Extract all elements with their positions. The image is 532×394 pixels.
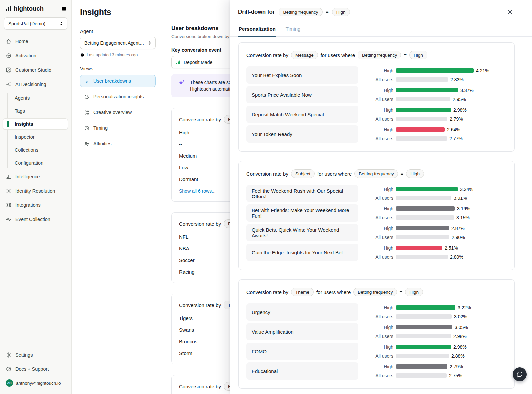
all-users-bar [396,354,449,358]
view-affinities[interactable]: Affinities [80,137,156,150]
high-value: 2.51% [445,245,458,251]
view-personalization-insights[interactable]: Personalization insights [80,90,156,103]
high-value: 2.79% [450,364,463,369]
filter-value-pill[interactable]: High [332,8,350,16]
dimension-pill[interactable]: Theme [291,288,314,296]
ai-decisioning-icon [6,81,12,87]
breakdown-row: Deposit Match Weekend Special High2.98% … [246,106,507,123]
all-users-value: 3.15% [456,215,470,220]
breakdown-row: Educational High2.79% All users2.75% [246,362,507,380]
variant-label: Feel the Weekend Rush with Our Special O… [246,185,358,202]
dimension-pill[interactable]: Message [291,51,318,59]
sidebar-item-inspector[interactable]: Inspector [3,131,68,143]
tab-timing[interactable]: Timing [285,23,301,37]
home-icon [6,38,12,44]
segment-label-high: High [367,305,393,310]
sidebar-item-intelligence[interactable]: Intelligence [3,170,69,183]
agent-column: Agent Betting Engagement Agent (... Last… [80,28,156,153]
filter-value-pill[interactable]: High [406,169,424,178]
all-users-value: 2.88% [451,353,465,359]
sidebar-item-integrations[interactable]: Integrations [3,199,69,211]
breakdown-row: Sports Price Available Now High3.37% All… [246,86,507,103]
filter-value-pill[interactable]: High [409,51,427,59]
last-updated: Last updated 3 minutes ago [80,53,156,57]
drilldown-body: Conversion rate by Message for users whe… [230,37,532,394]
intelligence-icon [6,174,12,180]
dimension-pill[interactable]: Subject [291,169,315,178]
tab-personalization[interactable]: Personalization [238,23,276,37]
drilldown-panel: Drill-down for Betting frequency = High … [230,0,532,394]
all-users-value: 2.95% [453,97,466,102]
filter-value-pill[interactable]: High [405,288,423,296]
segment-label-high: High [367,127,393,132]
segment-label-high: High [367,226,393,231]
segment-label-all-users: All users [367,254,393,260]
segment-label-high: High [367,364,393,369]
filter-pill[interactable]: Betting frequency [358,51,401,59]
all-users-bar [396,235,449,239]
card-title-middle: for users where [321,52,355,58]
grid-dots-icon [84,110,90,115]
segment-label-all-users: All users [367,235,393,240]
all-users-value: 3.02% [454,314,467,319]
sidebar-item-settings[interactable]: Settings [3,349,69,361]
high-bar [396,246,442,250]
high-value: 2.98% [453,344,467,350]
workspace-selector[interactable]: SportsPal (Demo) [4,17,67,30]
high-bar [396,187,458,191]
workspace-name: SportsPal (Demo) [8,21,45,26]
high-value: 4.21% [476,68,489,73]
breakdown-row: Gain the Edge: Insights for Your Next Be… [246,244,507,261]
segment-label-high: High [367,68,393,73]
high-bar [396,345,451,349]
panel-left-icon [61,6,67,11]
gear-icon [6,352,12,358]
customer-studio-icon [6,67,12,73]
breakdown-row: Feel the Weekend Rush with Our Special O… [246,185,507,202]
breakdown-row: Value Amplification High3.05% All users2… [246,323,507,340]
hightouch-logo-icon [5,6,11,12]
filter-pill[interactable]: Betting frequency [279,8,322,16]
all-users-value: 2.75% [449,373,462,378]
sidebar-item-docs-support[interactable]: Docs + Support [3,363,69,375]
sidebar-item-identity-resolution[interactable]: Identity Resolution [3,185,69,197]
sidebar-item-customer-studio[interactable]: Customer Studio [3,64,69,76]
high-value: 3.19% [457,206,470,211]
all-users-value: 2.77% [449,136,463,141]
user-account[interactable]: AC anthony@hightouch.io [3,377,69,389]
sidebar-item-event-collection[interactable]: Event Collection [3,213,69,226]
filter-pill[interactable]: Betting frequency [353,288,397,296]
all-users-bar [396,334,451,338]
close-button[interactable] [505,7,515,17]
sidebar-item-agents[interactable]: Agents [3,92,68,104]
equals-sign: = [404,52,407,58]
support-chat-button[interactable] [513,367,527,381]
sidebar-item-tags[interactable]: Tags [3,105,68,117]
avatar: AC [6,379,13,387]
brand-name: hightouch [14,5,44,12]
filter-pill[interactable]: Betting frequency [354,169,398,178]
sidebar-item-ai-decisioning[interactable]: AI Decisioning [3,78,69,91]
view-user-breakdowns[interactable]: User breakdowns [80,75,156,87]
view-timing[interactable]: Timing [80,122,156,134]
segment-label-high: High [367,344,393,350]
high-bar [396,108,451,112]
sidebar-item-home[interactable]: Home [3,35,69,48]
variant-label: Educational [246,362,358,380]
sidebar-item-insights[interactable]: Insights [3,118,68,130]
integrations-icon [6,202,12,208]
breakdown-row: Your Bet Expires Soon High4.21% All user… [246,66,507,84]
chat-bubble-icon [516,371,523,378]
chevron-updown-icon [147,40,152,46]
view-creative-overview[interactable]: Creative overview [80,106,156,119]
collapse-sidebar-button[interactable] [61,6,67,11]
high-bar [396,364,447,369]
high-value: 2.64% [447,127,460,132]
agent-select[interactable]: Betting Engagement Agent (... [80,37,156,49]
sidebar-item-configuration[interactable]: Configuration [3,157,68,169]
sidebar-item-activation[interactable]: Activation [3,49,69,62]
high-bar [396,325,452,329]
sidebar-item-collections[interactable]: Collections [3,144,68,156]
high-value: 3.34% [460,187,473,192]
breakdown-row: Bet with Friends: Make Your Weekend More… [246,204,507,222]
